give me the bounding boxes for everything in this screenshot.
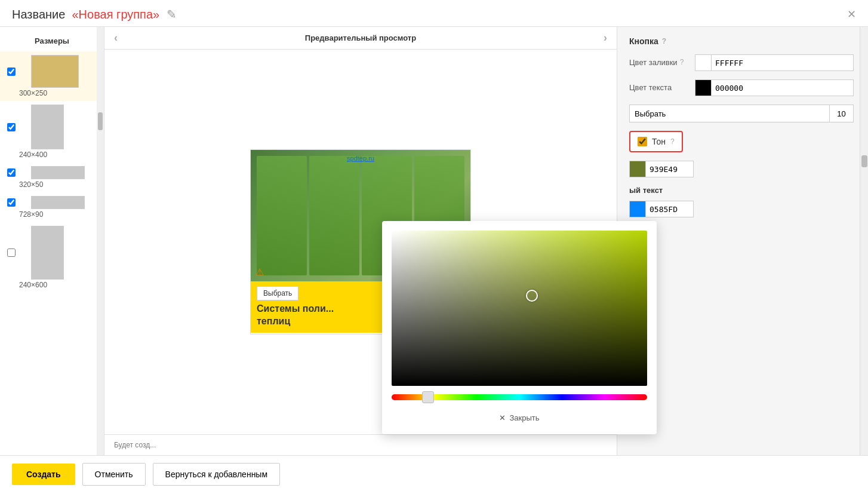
fill-color-row: Цвет заливки ? FFFFFF [629,54,854,71]
section-title-text: Кнопка [629,36,658,46]
link-color-swatch[interactable] [629,201,646,217]
ton-row[interactable]: Тон ? [629,131,683,152]
grow-row [309,156,359,275]
create-button[interactable]: Создать [12,464,75,485]
ton-color-swatch[interactable] [629,161,646,177]
ton-help-icon[interactable]: ? [670,137,675,146]
size-item-240x400[interactable]: 240×400 [0,101,104,162]
hue-slider-wrap[interactable] [392,394,647,404]
link-color-input[interactable] [646,201,694,217]
ad-site-link: spdtep.ru [347,155,374,162]
size-label-728x90: 728×90 [19,210,43,219]
page-header: Название «Новая группа» ✎ ✕ [0,0,868,27]
size-item-320x50[interactable]: 320×50 [0,162,104,192]
size-checkbox-240x400[interactable] [7,123,16,131]
cancel-button[interactable]: Отменить [82,463,146,486]
size-thumb-240x400 [31,105,64,149]
ton-color-row [629,161,854,177]
fill-color-label: Цвет заливки ? [629,58,695,68]
size-checkbox-300x250[interactable] [7,67,16,76]
section-title: Кнопка ? [629,36,854,46]
select-row: Выбрать [629,105,854,122]
grow-row [257,156,307,275]
preview-footer-text: Будет созд... [114,441,156,449]
size-thumb-728x90 [31,196,85,209]
close-picker-label: Закрыть [509,413,539,422]
text-color-row: Цвет текста 000000 [629,79,854,96]
size-item-240x600[interactable]: 240×600 [0,222,104,293]
size-checkbox-728x90[interactable] [7,198,16,207]
fill-color-input-wrap: FFFFFF [695,54,854,71]
subtext-section-title: ый текст [629,186,854,195]
size-label-300x250: 300×250 [19,89,47,97]
size-thumb-240x600 [31,226,64,280]
font-size-input[interactable] [830,105,854,122]
close-button[interactable]: ✕ [847,8,856,21]
sidebar-sizes: Размеры 300×250 240×400 320×50 [0,27,104,455]
size-thumb-300x250 [31,55,79,88]
hue-slider-thumb[interactable] [422,391,434,403]
sidebar-scrollbar[interactable] [97,27,104,455]
ad-warning-icon: ⚠ [256,266,264,278]
preview-title: Предварительный просмотр [305,33,416,42]
title-prefix: Название [12,8,65,21]
preview-footer: Будет созд... [104,434,617,455]
size-item-300x250[interactable]: 300×250 [0,51,104,101]
preview-header: ‹ Предварительный просмотр › [104,27,617,50]
size-label-240x600: 240×600 [19,281,47,289]
color-picker-close-button[interactable]: ✕ Закрыть [499,413,539,422]
font-select[interactable]: Выбрать [629,105,830,122]
fill-color-help[interactable]: ? [680,58,684,67]
bottom-bar: Создать Отменить Вернуться к добавленным [0,455,868,493]
sidebar-scroll-thumb[interactable] [98,112,103,130]
color-picker-popup: ✕ Закрыть [382,221,657,434]
fill-color-swatch[interactable] [695,54,712,71]
edit-icon[interactable]: ✎ [167,8,177,21]
right-panel-scrollbar[interactable] [860,27,868,455]
fill-color-input[interactable]: FFFFFF [712,54,854,71]
size-thumb-320x50 [31,166,85,179]
ton-checkbox[interactable] [638,137,647,146]
preview-nav-prev[interactable]: ‹ [114,32,118,44]
section-help-icon[interactable]: ? [662,37,666,45]
size-checkbox-240x600[interactable] [7,248,16,257]
group-name: «Новая группа» [72,8,160,21]
close-picker-icon: ✕ [499,413,506,422]
size-checkbox-320x50[interactable] [7,168,16,177]
color-gradient-area[interactable] [392,231,647,386]
text-color-input-wrap: 000000 [695,79,854,96]
text-color-swatch[interactable] [695,79,712,96]
ton-color-input[interactable] [646,161,694,177]
page-title: Название «Новая группа» ✎ [12,7,177,22]
text-color-input[interactable]: 000000 [712,79,854,96]
size-item-728x90[interactable]: 728×90 [0,192,104,222]
size-label-320x50: 320×50 [19,180,43,189]
ad-select-button[interactable]: Выбрать [257,286,298,300]
size-label-240x400: 240×400 [19,151,47,159]
sidebar-header: Размеры [0,33,104,51]
gradient-black [392,231,647,386]
ton-label: Тон [652,137,666,146]
right-panel-scroll-thumb[interactable] [861,155,867,167]
link-color-row [629,201,854,217]
preview-nav-next[interactable]: › [604,32,607,44]
back-button[interactable]: Вернуться к добавленным [153,463,281,486]
right-content: Кнопка ? Цвет заливки ? FFFFFF Цвет текс… [617,27,868,235]
text-color-label: Цвет текста [629,83,695,93]
